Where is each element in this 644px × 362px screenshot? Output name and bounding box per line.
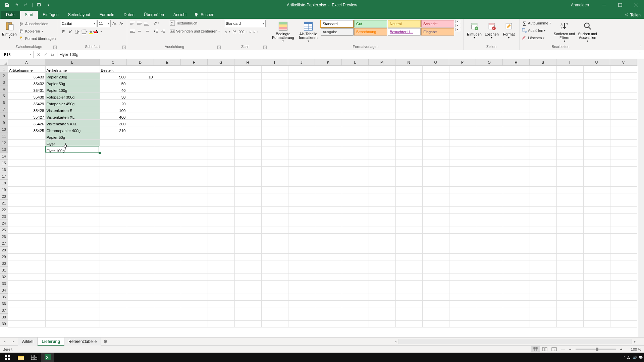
cell-L31[interactable] (342, 267, 369, 274)
cell-S6[interactable] (530, 99, 556, 106)
cell-O32[interactable] (422, 274, 449, 280)
cell-P34[interactable] (449, 287, 476, 294)
cell-H7[interactable] (234, 106, 261, 113)
cell-D24[interactable] (127, 220, 154, 227)
cell-N8[interactable] (395, 113, 422, 119)
cell-N23[interactable] (395, 213, 422, 220)
cell-G36[interactable] (208, 300, 234, 307)
cell-E38[interactable] (154, 314, 181, 320)
tell-me-input[interactable]: Suchen (201, 12, 214, 17)
cell-F30[interactable] (181, 260, 208, 267)
cell-C38[interactable] (100, 314, 127, 320)
cell-R23[interactable] (503, 213, 530, 220)
cell-T28[interactable] (556, 247, 583, 253)
cell-D26[interactable] (127, 233, 154, 240)
cell-C11[interactable] (100, 133, 127, 139)
cell-S20[interactable] (530, 193, 556, 200)
cell-M24[interactable] (369, 220, 395, 227)
cell-L9[interactable] (342, 119, 369, 126)
cell-G24[interactable] (208, 220, 234, 227)
cell-T35[interactable] (556, 294, 583, 300)
cell-V19[interactable] (610, 186, 637, 193)
cell-J8[interactable] (288, 113, 315, 119)
file-explorer-icon[interactable] (14, 353, 28, 362)
cell-G25[interactable] (208, 227, 234, 233)
cell-N28[interactable] (395, 247, 422, 253)
cell-R2[interactable] (503, 72, 530, 79)
cell-S26[interactable] (530, 233, 556, 240)
cell-C5[interactable]: 30 (100, 93, 127, 99)
cell-J26[interactable] (288, 233, 315, 240)
cell-T10[interactable] (556, 126, 583, 133)
cell-E13[interactable] (154, 146, 181, 153)
cell-J23[interactable] (288, 213, 315, 220)
cell-H37[interactable] (234, 307, 261, 314)
cell-I36[interactable] (261, 300, 288, 307)
merge-center-button[interactable]: Verbinden und zentrieren ▾ (170, 28, 220, 35)
cell-O33[interactable] (422, 280, 449, 287)
cell-I28[interactable] (261, 247, 288, 253)
cell-R28[interactable] (503, 247, 530, 253)
cells-delete-button[interactable]: × Löschen▾ (483, 20, 500, 39)
cell-E29[interactable] (154, 253, 181, 260)
cell-A30[interactable] (8, 260, 45, 267)
cell-U18[interactable] (583, 180, 610, 186)
cell-D1[interactable] (127, 66, 154, 72)
cell-U17[interactable] (583, 173, 610, 180)
cell-O34[interactable] (422, 287, 449, 294)
cell-V3[interactable] (610, 79, 637, 86)
row-header-8[interactable]: 8 (0, 113, 8, 119)
cell-V7[interactable] (610, 106, 637, 113)
cell-H38[interactable] (234, 314, 261, 320)
cell-V25[interactable] (610, 227, 637, 233)
cell-S24[interactable] (530, 220, 556, 227)
cell-B26[interactable] (45, 233, 100, 240)
cell-O7[interactable] (422, 106, 449, 113)
cell-U12[interactable] (583, 139, 610, 146)
cell-Q27[interactable] (476, 240, 503, 247)
cell-F11[interactable] (181, 133, 208, 139)
cell-G5[interactable] (208, 93, 234, 99)
cell-D19[interactable] (127, 186, 154, 193)
cell-U39[interactable] (583, 320, 610, 327)
cell-N4[interactable] (395, 86, 422, 93)
cell-O6[interactable] (422, 99, 449, 106)
cut-button[interactable]: Ausschneiden (19, 20, 56, 27)
cell-V16[interactable] (610, 166, 637, 173)
cell-C34[interactable] (100, 287, 127, 294)
cell-B20[interactable] (45, 193, 100, 200)
cell-D34[interactable] (127, 287, 154, 294)
cell-Q29[interactable] (476, 253, 503, 260)
cell-B2[interactable]: Papier 200g (45, 72, 100, 79)
cell-O16[interactable] (422, 166, 449, 173)
cell-C17[interactable] (100, 173, 127, 180)
cell-T7[interactable] (556, 106, 583, 113)
cell-C4[interactable]: 40 (100, 86, 127, 93)
cell-U37[interactable] (583, 307, 610, 314)
cell-H24[interactable] (234, 220, 261, 227)
cell-L1[interactable] (342, 66, 369, 72)
cell-D33[interactable] (127, 280, 154, 287)
cell-S1[interactable] (530, 66, 556, 72)
horizontal-scrollbar[interactable] (398, 339, 632, 344)
cell-P29[interactable] (449, 253, 476, 260)
column-header-N[interactable]: N (395, 59, 422, 66)
cell-L7[interactable] (342, 106, 369, 113)
cell-G30[interactable] (208, 260, 234, 267)
cell-S25[interactable] (530, 227, 556, 233)
align-middle-icon[interactable] (136, 20, 143, 26)
cell-R4[interactable] (503, 86, 530, 93)
cell-H9[interactable] (234, 119, 261, 126)
cell-H22[interactable] (234, 206, 261, 213)
cell-E9[interactable] (154, 119, 181, 126)
cell-L17[interactable] (342, 173, 369, 180)
insert-function-icon[interactable]: fx (50, 52, 56, 57)
increase-decimal-icon[interactable]: ←.0 (245, 28, 252, 35)
column-header-V[interactable]: V (610, 59, 637, 66)
cell-B17[interactable] (45, 173, 100, 180)
cell-T12[interactable] (556, 139, 583, 146)
cell-R35[interactable] (503, 294, 530, 300)
cell-J10[interactable] (288, 126, 315, 133)
cell-K15[interactable] (315, 160, 342, 166)
cell-P3[interactable] (449, 79, 476, 86)
